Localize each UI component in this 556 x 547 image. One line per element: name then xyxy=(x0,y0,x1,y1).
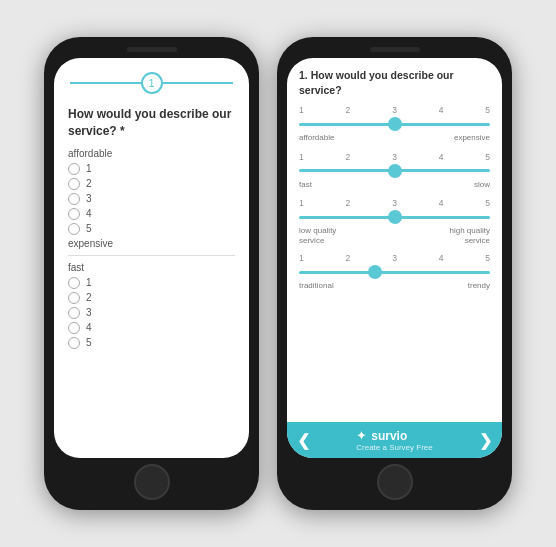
slider-track-4 xyxy=(299,271,490,274)
slider-track-wrap-4[interactable] xyxy=(299,265,490,279)
right-phone-screen: 1. How would you describe our service? 1… xyxy=(287,58,502,458)
radio-circle-f5[interactable] xyxy=(68,337,80,349)
radio-label-f5: 5 xyxy=(86,337,92,348)
slider-left-label-2: fast xyxy=(299,180,312,190)
radio-circle-5[interactable] xyxy=(68,223,80,235)
radio-circle-4[interactable] xyxy=(68,208,80,220)
slider-left-label-1: affordable xyxy=(299,133,334,143)
bottom-bar: ❮ ✦ survio Create a Survey Free ❯ xyxy=(287,422,502,458)
slider-numbers-2: 1 2 3 4 5 xyxy=(299,152,490,162)
survio-logo: ✦ survio xyxy=(356,428,432,443)
radio-option[interactable]: 1 xyxy=(68,277,235,289)
slider-thumb-3[interactable] xyxy=(388,210,402,224)
slider-thumb-2[interactable] xyxy=(388,164,402,178)
slider-track-3 xyxy=(299,216,490,219)
right-body: 1. How would you describe our service? 1… xyxy=(287,58,502,422)
slider-track-wrap-2[interactable] xyxy=(299,164,490,178)
radio-circle-2[interactable] xyxy=(68,178,80,190)
survio-brand-name: survio xyxy=(371,429,407,443)
left-content: 1 How would you describe our service? * … xyxy=(54,58,249,458)
radio-option[interactable]: 3 xyxy=(68,307,235,319)
left-question-title: How would you describe our service? * xyxy=(68,106,235,140)
divider xyxy=(68,255,235,256)
progress-line-right xyxy=(163,82,234,84)
radio-label-f4: 4 xyxy=(86,322,92,333)
radio-option[interactable]: 2 xyxy=(68,292,235,304)
slider-thumb-4[interactable] xyxy=(368,265,382,279)
radio-circle-f1[interactable] xyxy=(68,277,80,289)
scene: 1 How would you describe our service? * … xyxy=(44,37,512,510)
radio-label-f1: 1 xyxy=(86,277,92,288)
right-phone: 1. How would you describe our service? 1… xyxy=(277,37,512,510)
survio-icon: ✦ xyxy=(356,428,367,443)
progress-line-left xyxy=(70,82,141,84)
left-phone-screen: 1 How would you describe our service? * … xyxy=(54,58,249,458)
progress-circle: 1 xyxy=(141,72,163,94)
radio-label-5: 5 xyxy=(86,223,92,234)
prev-arrow[interactable]: ❮ xyxy=(297,431,310,450)
radio-option[interactable]: 3 xyxy=(68,193,235,205)
radio-circle-1[interactable] xyxy=(68,163,80,175)
radio-circle-f4[interactable] xyxy=(68,322,80,334)
slider-right-label-1: expensive xyxy=(454,133,490,143)
right-home-button[interactable] xyxy=(377,464,413,500)
right-question-title: 1. How would you describe our service? xyxy=(299,68,490,97)
scale-label-affordable: affordable xyxy=(68,148,235,159)
next-arrow[interactable]: ❯ xyxy=(479,431,492,450)
radio-option[interactable]: 2 xyxy=(68,178,235,190)
slider-end-labels-1: affordable expensive xyxy=(299,133,490,143)
slider-end-labels-3: low qualityservice high qualityservice xyxy=(299,226,490,245)
slider-end-labels-4: traditional trendy xyxy=(299,281,490,291)
left-home-button[interactable] xyxy=(134,464,170,500)
right-speaker xyxy=(370,47,420,52)
slider-left-label-4: traditional xyxy=(299,281,334,291)
slider-numbers-3: 1 2 3 4 5 xyxy=(299,198,490,208)
left-phone: 1 How would you describe our service? * … xyxy=(44,37,259,510)
slider-right-label-4: trendy xyxy=(468,281,490,291)
right-content: 1. How would you describe our service? 1… xyxy=(287,58,502,458)
radio-circle-f3[interactable] xyxy=(68,307,80,319)
slider-numbers-1: 1 2 3 4 5 xyxy=(299,105,490,115)
progress-step: 1 xyxy=(148,77,154,89)
slider-block-1: 1 2 3 4 5 affordable xyxy=(299,105,490,143)
left-speaker xyxy=(127,47,177,52)
radio-option[interactable]: 1 xyxy=(68,163,235,175)
slider-block-4: 1 2 3 4 5 traditional xyxy=(299,253,490,291)
slider-end-labels-2: fast slow xyxy=(299,180,490,190)
progress-bar: 1 xyxy=(54,58,249,102)
slider-track-1 xyxy=(299,123,490,126)
slider-track-wrap-3[interactable] xyxy=(299,210,490,224)
radio-option[interactable]: 4 xyxy=(68,322,235,334)
scale-label-expensive: expensive xyxy=(68,238,235,249)
slider-track-2 xyxy=(299,169,490,172)
radio-option[interactable]: 5 xyxy=(68,337,235,349)
slider-track-wrap-1[interactable] xyxy=(299,117,490,131)
radio-label-f2: 2 xyxy=(86,292,92,303)
scale-label-fast: fast xyxy=(68,262,235,273)
radio-circle-3[interactable] xyxy=(68,193,80,205)
survio-brand-sub: Create a Survey Free xyxy=(356,443,432,452)
slider-block-2: 1 2 3 4 5 fast sl xyxy=(299,152,490,190)
left-body: How would you describe our service? * af… xyxy=(54,102,249,458)
slider-block-3: 1 2 3 4 5 low qualityservice xyxy=(299,198,490,245)
slider-right-label-2: slow xyxy=(474,180,490,190)
slider-left-label-3: low qualityservice xyxy=(299,226,336,245)
slider-thumb-1[interactable] xyxy=(388,117,402,131)
radio-option[interactable]: 5 xyxy=(68,223,235,235)
radio-option[interactable]: 4 xyxy=(68,208,235,220)
radio-label-1: 1 xyxy=(86,163,92,174)
radio-label-3: 3 xyxy=(86,193,92,204)
radio-label-2: 2 xyxy=(86,178,92,189)
brand-center: ✦ survio Create a Survey Free xyxy=(356,428,432,452)
slider-numbers-4: 1 2 3 4 5 xyxy=(299,253,490,263)
radio-label-f3: 3 xyxy=(86,307,92,318)
radio-label-4: 4 xyxy=(86,208,92,219)
radio-circle-f2[interactable] xyxy=(68,292,80,304)
slider-right-label-3: high qualityservice xyxy=(450,226,490,245)
